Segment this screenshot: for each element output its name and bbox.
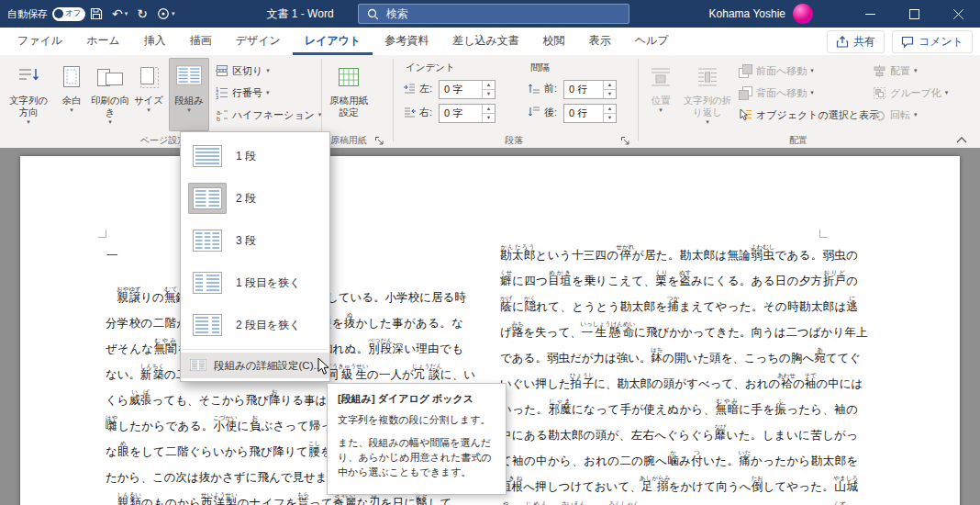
ribbon: 文字列の方向 ▾ 余白 ▾ 印刷の向き ▾ サイズ ▾ 段組み <box>0 55 980 149</box>
spacing-before-icon <box>529 83 540 94</box>
ribbon-tab-0[interactable]: ファイル <box>6 28 74 55</box>
text-line: 勘太郎かんたろうという十三四の倅せがれが居た。勘太郎は無論弱虫よわむしである。弱… <box>500 242 858 268</box>
align-label: 配置 <box>890 64 910 78</box>
text-line: げ路みちを失って、一生懸命いっしょうけんめいに飛びかかってきた。向うは二つばかり… <box>500 320 858 345</box>
hyphenation-button[interactable]: a-b ハイフネーション ▾ <box>213 105 324 125</box>
chevron-down-icon: ▾ <box>147 107 150 115</box>
search-icon <box>367 8 379 20</box>
redo-button[interactable]: ↻ <box>135 6 150 22</box>
columns-menu-item-left[interactable]: 1 段目を狭く <box>181 262 329 304</box>
ribbon-tab-1[interactable]: ホーム <box>74 28 132 55</box>
orientation-button[interactable]: 印刷の向き ▾ <box>90 58 130 131</box>
mouse-cursor <box>317 357 329 379</box>
chevron-down-icon: ▾ <box>945 89 949 96</box>
genko-settings-button[interactable]: 原稿用紙設定 <box>325 58 373 131</box>
columns-menu-item-three[interactable]: 3 段 <box>181 219 329 262</box>
spacing-after-value: 0 行 <box>569 105 587 122</box>
columns-label: 段組み <box>174 95 204 107</box>
orientation-label: 印刷の向き <box>90 95 130 118</box>
ribbon-tab-10[interactable]: ヘルプ <box>623 28 681 55</box>
share-button[interactable]: 共有 <box>827 30 885 53</box>
chevron-down-icon: ▾ <box>914 67 918 74</box>
columns-menu-item-right[interactable]: 2 段目を狭く <box>181 304 329 346</box>
spacing-before-stepper[interactable]: ▲▼ <box>603 81 616 98</box>
redo-icon: ↻ <box>137 7 148 20</box>
comment-icon <box>901 36 914 48</box>
text-direction-label: 文字列の方向 <box>6 95 51 118</box>
user-name[interactable]: Kohama Yoshie <box>709 0 785 28</box>
close-icon <box>953 9 963 19</box>
ribbon-tab-8[interactable]: 校閲 <box>531 28 577 55</box>
chevron-up-icon <box>956 137 967 143</box>
autosave-toggle[interactable]: 自動保存 オフ <box>7 0 85 28</box>
selection-pane-icon <box>739 108 752 122</box>
quick-access-toolbar: ↶▾ ↻ ▾ <box>88 0 177 28</box>
indent-right-stepper[interactable]: ▲▼ <box>482 105 495 122</box>
word-window: 自動保存 オフ ↶▾ ↻ ▾ 文書 1 - Word 検索 Koha <box>0 0 980 505</box>
menu-item-label: 1 段 <box>236 149 256 164</box>
comments-button[interactable]: コメント <box>892 30 973 53</box>
ribbon-tab-2[interactable]: 挿入 <box>132 28 178 55</box>
text-line: いった。邪魔じゃまになって手が使えぬから、無暗むやみに手を振ふったら、袖の <box>500 397 858 422</box>
undo-button[interactable]: ↶▾ <box>110 6 129 22</box>
indent-left-value: 0 字 <box>444 81 462 98</box>
autosave-switch[interactable]: オフ <box>52 7 85 21</box>
maximize-button[interactable] <box>892 0 936 28</box>
spacing-after-stepper[interactable]: ▲▼ <box>603 105 616 122</box>
columns-menu-item-two[interactable]: 2 段 <box>181 177 329 219</box>
position-button: 位置 ▾ <box>642 58 679 131</box>
svg-text:b: b <box>217 116 220 122</box>
minimize-button[interactable] <box>848 0 892 28</box>
line-numbers-icon: 123 <box>216 86 228 99</box>
tooltip-body: 文字列を複数の段に分割します。 <box>338 413 496 428</box>
group-button: グループ化 ▾ <box>870 83 951 103</box>
spacing-after-input[interactable]: 0 行 ▲▼ <box>563 104 617 123</box>
menu-item-label: 2 段 <box>236 191 256 207</box>
window-controls <box>848 0 980 28</box>
close-button[interactable] <box>936 0 980 28</box>
genko-dialog-launcher[interactable] <box>374 133 385 144</box>
chevron-down-icon: ▾ <box>810 89 814 96</box>
selection-pane-button[interactable]: オブジェクトの選択と表示 <box>736 105 882 125</box>
indent-right-value: 0 字 <box>444 105 462 122</box>
size-button[interactable]: サイズ ▾ <box>132 58 165 131</box>
bring-forward-icon <box>739 64 752 78</box>
genko-settings-label: 原稿用紙設定 <box>325 95 373 118</box>
columns-two-icon <box>188 183 227 214</box>
ribbon-tab-5[interactable]: レイアウト <box>293 28 373 55</box>
spacing-before-input[interactable]: 0 行 ▲▼ <box>563 80 617 99</box>
ribbon-tab-4[interactable]: デザイン <box>224 28 293 55</box>
search-box[interactable]: 検索 <box>358 4 629 24</box>
orientation-icon <box>96 62 124 92</box>
rotate-label: 回転 <box>890 108 910 122</box>
breaks-icon <box>216 64 228 77</box>
save-button[interactable] <box>88 6 105 22</box>
margins-button[interactable]: 余白 ▾ <box>55 58 88 131</box>
indent-right-input[interactable]: 0 字 ▲▼ <box>439 104 496 123</box>
touch-mouse-mode-button[interactable]: ▾ <box>155 6 177 22</box>
collapse-ribbon-button[interactable] <box>956 130 967 147</box>
text-line: 垣根かきねへ押しつけておいて、足搦あしがらみをかけて向うへ倒たおしてやった。山城… <box>500 474 858 499</box>
margin-mark-left <box>98 230 106 238</box>
breaks-button[interactable]: 区切り ▾ <box>213 61 273 81</box>
ribbon-tab-6[interactable]: 参考資料 <box>373 28 440 55</box>
indent-left-stepper[interactable]: ▲▼ <box>482 81 495 98</box>
save-icon <box>90 7 103 20</box>
text-direction-button[interactable]: 文字列の方向 ▾ <box>6 58 51 131</box>
user-avatar[interactable] <box>793 4 813 24</box>
columns-right-icon <box>188 309 227 341</box>
line-numbers-button[interactable]: 123 行番号 ▾ <box>213 83 273 103</box>
rotate-button: 回転 ▾ <box>870 105 920 125</box>
columns-menu-item-one[interactable]: 1 段 <box>181 135 329 177</box>
ribbon-tab-7[interactable]: 差し込み文書 <box>440 28 531 55</box>
wrap-text-icon <box>696 62 719 92</box>
ribbon-tab-9[interactable]: 表示 <box>577 28 623 55</box>
more-columns-menu-item[interactable]: 段組みの詳細設定(C)... <box>181 353 329 378</box>
indent-left-input[interactable]: 0 字 ▲▼ <box>439 80 496 99</box>
search-placeholder: 検索 <box>386 6 408 22</box>
columns-button[interactable]: 段組み ▾ <box>169 58 209 131</box>
line-numbers-label: 行番号 <box>232 86 262 100</box>
position-icon <box>649 62 673 92</box>
columns-one-icon <box>188 140 227 172</box>
ribbon-tab-3[interactable]: 描画 <box>178 28 224 55</box>
